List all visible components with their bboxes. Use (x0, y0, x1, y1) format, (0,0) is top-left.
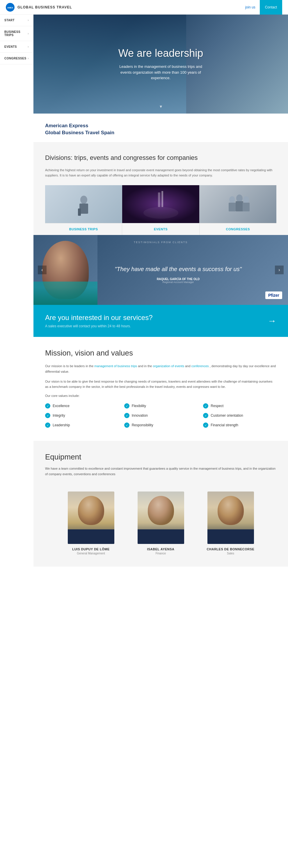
chevron-right-icon: › (28, 57, 29, 60)
team-role-3: Sales (199, 552, 263, 555)
image-gallery (45, 185, 276, 223)
value-customer-orientation-label: Customer orientation (211, 413, 243, 417)
face-placeholder (148, 496, 174, 525)
sidebar-business-trips-label: BUSINESS TRIPS (4, 30, 28, 37)
sidebar-item-start[interactable]: START › (0, 14, 33, 26)
team-photo-2 (137, 492, 184, 544)
value-integrity: ✓ Integrity (45, 411, 119, 420)
team-name-2: ISABEL AYENSA (129, 548, 193, 551)
cta-banner[interactable]: Are you interested in our services? A sa… (33, 305, 288, 337)
hero-content: We are leadership Leaders in the managem… (117, 47, 204, 81)
divisions-section: Divisions: trips, events and congresses … (33, 142, 288, 235)
team-role-1: General Management (59, 552, 123, 555)
sidebar-events-label: EVENTS (4, 45, 17, 48)
company-name: American Express Global Business Travel … (45, 122, 276, 136)
scroll-down-icon[interactable]: ▾ (160, 104, 162, 109)
testimonials-label: TESTIMONIALS FROM CLIENTS (134, 241, 188, 244)
svg-rect-7 (161, 191, 163, 207)
svg-text:AMEX: AMEX (7, 7, 13, 9)
values-label: Our core values include: (45, 394, 276, 398)
value-excellence-label: Excellence (53, 404, 69, 408)
sidebar-item-congresses[interactable]: CONGRESSES › (0, 53, 33, 64)
check-icon: ✓ (45, 403, 50, 408)
chevron-right-icon: › (28, 19, 29, 22)
face-placeholder (218, 496, 244, 525)
value-flexibility-label: Flexibility (132, 404, 146, 408)
suit-bottom (207, 529, 254, 544)
team-member-1: LUIS DUPUY DE LÔME General Management (59, 492, 123, 555)
check-icon: ✓ (203, 403, 208, 408)
chevron-right-icon: › (28, 45, 29, 48)
contact-button[interactable]: Contact (260, 0, 282, 14)
team-name-1: LUIS DUPUY DE LÔME (59, 548, 123, 551)
team-name-3: CHARLES DE BONNECORSE (199, 548, 263, 551)
team-photo-3 (207, 492, 254, 544)
mission-section: Mission, vision and values Our mission i… (33, 337, 288, 441)
team-role-2: Finance (129, 552, 193, 555)
svg-rect-12 (236, 201, 243, 211)
main-layout: START › BUSINESS TRIPS › EVENTS › CONGRE… (0, 14, 288, 114)
team-grid: LUIS DUPUY DE LÔME General Management IS… (45, 492, 276, 555)
tab-navigation: BUSINESS TRIPS EVENTS CONGRESSES (45, 223, 276, 235)
check-icon: ✓ (45, 413, 50, 418)
gallery-crowd-bg (122, 185, 199, 223)
value-financial-strength-label: Financial strength (211, 423, 238, 427)
svg-rect-11 (229, 203, 236, 211)
team-photo-1 (68, 492, 114, 544)
value-respect: ✓ Respect (203, 402, 276, 410)
value-respect-label: Respect (211, 404, 223, 408)
value-integrity-label: Integrity (53, 413, 65, 417)
sidebar-item-events[interactable]: EVENTS › (0, 41, 33, 53)
testimonials-quote: "They have made all the events a success… (115, 265, 242, 273)
site-title: GLOBAL BUSINESS TRAVEL (18, 5, 72, 9)
equipment-text: We have a team committed to excellence a… (45, 466, 276, 477)
chevron-right-icon: › (28, 32, 29, 35)
equipment-section: Equipment We have a team committed to ex… (33, 441, 288, 486)
tab-congresses[interactable]: CONGRESSES (199, 223, 276, 235)
svg-point-10 (243, 196, 249, 203)
svg-rect-13 (243, 203, 250, 211)
testimonials-role: Regional Account Manager (157, 281, 199, 284)
gallery-business-trips[interactable] (45, 185, 122, 223)
hero-title: We are leadership (117, 47, 204, 59)
sidebar-congresses-label: CONGRESSES (4, 57, 27, 60)
join-us-link[interactable]: join us (241, 5, 260, 9)
tab-business-trips[interactable]: BUSINESS TRIPS (45, 223, 122, 235)
gallery-congresses[interactable] (199, 185, 276, 223)
suit-bottom (137, 529, 184, 544)
svg-point-9 (236, 194, 243, 202)
cta-content: Are you interested in our services? A sa… (45, 314, 153, 328)
divisions-text: Achieving the highest return on your inv… (45, 168, 276, 178)
value-responsibility: ✓ Responsibility (124, 421, 197, 429)
tab-events[interactable]: EVENTS (122, 223, 199, 235)
mission-title: Mission, vision and values (45, 348, 276, 358)
value-financial-strength: ✓ Financial strength (203, 421, 276, 429)
cta-arrow-icon: → (268, 316, 276, 326)
team-section: LUIS DUPUY DE LÔME General Management IS… (33, 486, 288, 567)
svg-point-5 (143, 207, 178, 219)
check-icon: ✓ (124, 413, 129, 418)
gallery-events[interactable] (122, 185, 199, 223)
value-innovation: ✓ Innovation (124, 411, 197, 420)
testimonials-prev-button[interactable]: ‹ (38, 266, 46, 274)
header-nav: join us Contact (241, 0, 282, 14)
value-leadership-label: Leadership (53, 423, 70, 427)
testimonials-next-button[interactable]: › (275, 266, 284, 274)
suit-bottom (68, 529, 114, 544)
check-icon: ✓ (203, 413, 208, 418)
values-grid: ✓ Excellence ✓ Flexibility ✓ Respect ✓ I… (45, 402, 276, 429)
check-icon: ✓ (203, 423, 208, 428)
check-icon: ✓ (124, 403, 129, 408)
team-member-2: ISABEL AYENSA Finance (129, 492, 193, 555)
sidebar-start-label: START (4, 19, 14, 22)
company-intro: American Express Global Business Travel … (33, 114, 288, 142)
header: AMEX GLOBAL BUSINESS TRAVEL join us Cont… (0, 0, 288, 14)
cta-subtitle: A sales executive will contact you withi… (45, 324, 153, 328)
svg-point-2 (80, 196, 87, 204)
sidebar-item-business-trips[interactable]: BUSINESS TRIPS › (0, 26, 33, 41)
testimonials-section: TESTIMONIALS FROM CLIENTS "They have mad… (33, 235, 288, 305)
value-leadership: ✓ Leadership (45, 421, 119, 429)
equipment-title: Equipment (45, 453, 276, 462)
testimonials-name: RAQUEL GARCÍA OF THE OLD (157, 278, 199, 281)
svg-rect-4 (78, 209, 81, 216)
